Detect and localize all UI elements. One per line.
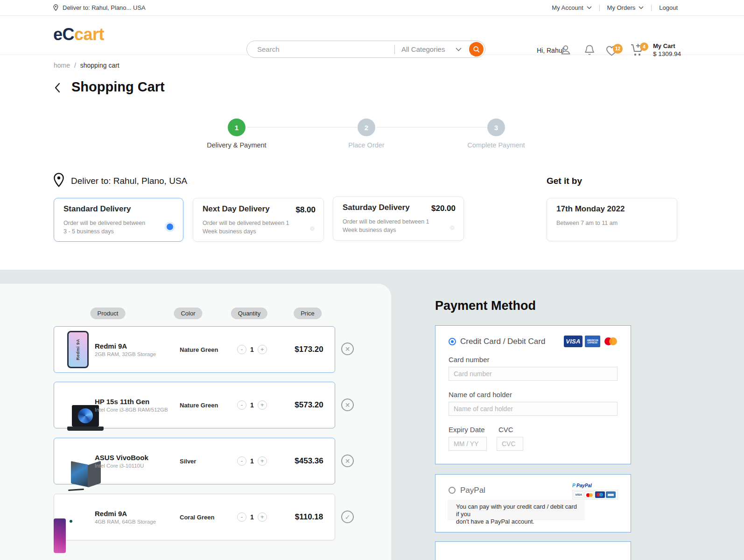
deliver-to-text: Deliver to: Rahul, Plano... USA <box>63 4 146 11</box>
product-color: Nature Green <box>180 346 218 353</box>
quantity-value: 1 <box>250 513 254 521</box>
search-input[interactable] <box>247 45 394 53</box>
radio-unselected[interactable] <box>450 225 455 230</box>
quantity-stepper: - 1 + <box>237 345 267 354</box>
breadcrumb-home[interactable]: home <box>54 62 70 69</box>
chevron-down-icon <box>639 6 644 9</box>
option-price: $8.00 <box>295 205 316 215</box>
radio-paypal-unselected[interactable] <box>449 487 456 494</box>
step-3-label: Complete Payment <box>440 141 552 149</box>
maestro-mini-logo <box>595 491 605 498</box>
product-spec: Intel Core i3-10110U <box>95 463 144 469</box>
logo[interactable]: eCcart <box>53 25 104 44</box>
cart-item-row: Redmi 9A Redmi 9A 2GB RAM, 32GB Storage … <box>54 326 335 373</box>
quantity-decrease-button[interactable]: - <box>237 456 246 466</box>
cvc-label: CVC <box>498 426 513 434</box>
product-name: HP 15s 11th Gen <box>95 398 149 406</box>
quantity-increase-button[interactable]: + <box>258 345 267 354</box>
deliver-to-address: Deliver to: Rahul, Plano, USA <box>71 176 187 186</box>
my-orders-link[interactable]: My Orders <box>607 4 644 11</box>
stepper-connector <box>247 127 357 127</box>
product-color: Coral Green <box>180 514 214 521</box>
product-spec: Intel Core i3-8GB RAM/512GB <box>95 407 168 413</box>
header: eCcart All Categories Hi, Rahul 12 4 My … <box>0 16 744 55</box>
card-number-input[interactable] <box>449 367 618 381</box>
expiry-date-input[interactable] <box>449 437 487 451</box>
chevron-down-icon[interactable] <box>456 48 462 51</box>
user-icon[interactable] <box>560 44 572 56</box>
get-it-by-heading: Get it by <box>547 176 582 186</box>
remove-item-icon[interactable]: ✕ <box>341 399 354 411</box>
my-account-link[interactable]: My Account <box>552 4 591 11</box>
cart-item-row: ASUS VivoBook Intel Core i3-10110U Silve… <box>54 438 335 484</box>
radio-credit-card-selected[interactable] <box>449 338 456 345</box>
product-spec: 4GB RAM, 64GB Storage <box>95 519 156 525</box>
quantity-decrease-button[interactable]: - <box>237 512 246 522</box>
product-color: Nature Green <box>180 402 218 409</box>
quantity-decrease-button[interactable]: - <box>237 345 246 354</box>
paypal-option-label[interactable]: PayPal <box>460 486 485 495</box>
quantity-increase-button[interactable]: + <box>258 456 267 466</box>
option-title: Next Day Delivery <box>203 204 270 214</box>
column-header-product: Product <box>91 308 126 319</box>
my-cart-label[interactable]: My Cart <box>653 42 675 49</box>
product-color: Silver <box>180 458 196 465</box>
cart-item-row: 9 Redmi 9A 4GB RAM, 64GB Storage Coral G… <box>54 494 335 540</box>
mastercard-logo <box>603 336 618 347</box>
breadcrumb-current: shopping cart <box>80 62 119 69</box>
option-title: Standard Delivery <box>63 204 131 214</box>
radio-unselected[interactable] <box>310 226 315 231</box>
credit-card-panel: Credit Card / Debit Card VISA AMERICAN E… <box>435 325 631 464</box>
card-number-label: Card number <box>449 356 490 364</box>
column-header-quantity: Quantity <box>231 308 267 319</box>
card-holder-input[interactable] <box>449 402 618 416</box>
schedule-date: 17th Monday 2022 <box>556 204 625 214</box>
step-3-circle: 3 <box>487 119 505 136</box>
cvc-input[interactable] <box>497 437 523 451</box>
product-spec: 2GB RAM, 32GB Storage <box>95 351 156 357</box>
topbar-deliver-to[interactable]: Deliver to: Rahul, Plano... USA <box>53 4 146 11</box>
title-row: Shopping Cart <box>55 79 165 95</box>
remove-item-icon[interactable]: ✕ <box>341 455 354 467</box>
product-price: $573.20 <box>286 400 332 410</box>
step-2-circle: 2 <box>358 119 375 136</box>
product-image-redmi-9a: Redmi 9A <box>67 331 89 368</box>
quantity-value: 1 <box>250 346 254 353</box>
breadcrumb: home / shopping cart <box>54 62 119 69</box>
cart-count-badge: 4 <box>640 42 648 51</box>
wishlist-count-badge: 12 <box>613 44 623 54</box>
mastercard-mini-logo <box>584 491 594 498</box>
back-button[interactable] <box>55 81 60 93</box>
additional-payment-panel <box>435 541 631 560</box>
item-selected-check-icon[interactable]: ✓ <box>341 511 354 523</box>
card-brand-logos: VISA AMERICAN EXPRESS <box>564 336 618 347</box>
quantity-increase-button[interactable]: + <box>258 512 267 522</box>
category-select[interactable]: All Categories <box>395 45 456 53</box>
product-price: $173.20 <box>286 345 332 354</box>
quantity-increase-button[interactable]: + <box>258 400 267 410</box>
delivery-option-next-day[interactable]: Next Day Delivery $8.00 Order will be de… <box>193 198 324 242</box>
topbar: Deliver to: Rahul, Plano... USA My Accou… <box>0 0 744 16</box>
option-description: Order will be delivered between 1 Week b… <box>203 219 289 236</box>
quantity-decrease-button[interactable]: - <box>237 400 246 410</box>
expiry-date-label: Expiry Date <box>449 426 485 434</box>
quantity-stepper: - 1 + <box>237 512 267 522</box>
delivery-option-saturday[interactable]: Saturday Delivery $20.00 Order will be d… <box>333 196 464 241</box>
bell-icon[interactable] <box>584 44 595 56</box>
radio-selected[interactable] <box>167 224 173 230</box>
product-name: Redmi 9A <box>95 510 127 518</box>
location-pin-icon <box>53 173 65 188</box>
search-button[interactable] <box>469 42 484 56</box>
cart-item-row: HP 15s 11th Gen Intel Core i3-8GB RAM/51… <box>54 382 335 428</box>
payment-method-heading: Payment Method <box>435 299 536 313</box>
topbar-links: My Account My Orders Logout <box>552 4 678 11</box>
delivery-option-standard[interactable]: Standard Delivery Order will be delivere… <box>54 198 183 242</box>
logout-link[interactable]: Logout <box>659 4 678 11</box>
amex-mini-logo <box>606 491 616 498</box>
option-title: Saturday Delivery <box>343 203 410 212</box>
product-price: $453.36 <box>286 456 332 466</box>
chevron-down-icon <box>587 6 592 9</box>
credit-card-option-label[interactable]: Credit Card / Debit Card <box>460 337 545 346</box>
remove-item-icon[interactable]: ✕ <box>341 343 354 355</box>
search-bar: All Categories <box>246 41 485 58</box>
